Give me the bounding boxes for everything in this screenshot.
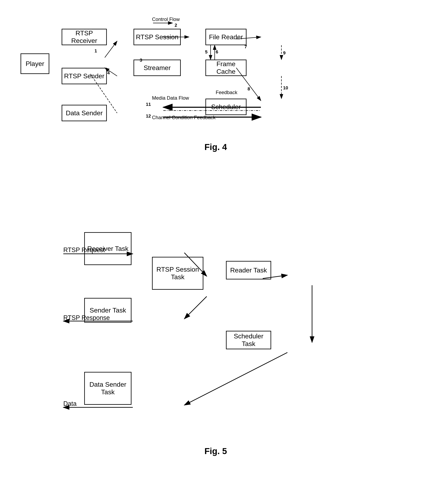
fig4-streamer-label: Streamer xyxy=(144,64,171,72)
num10: 10 xyxy=(283,85,288,90)
fig5-svg: RTSP Request RTSP Response Data xyxy=(17,216,415,462)
fig4-scheduler-label: Scheduler xyxy=(211,103,241,111)
arrow-session-sender xyxy=(184,297,207,319)
num8: 8 xyxy=(248,86,250,91)
page: Player RTSP Receiver RTSP Sender RTSP Se… xyxy=(0,0,432,504)
fig4-file-reader-box: File Reader xyxy=(206,29,246,45)
fig5-receiver-task-box: Receiver Task xyxy=(84,232,131,265)
num2: 2 xyxy=(175,23,177,28)
fig5-data-sender-task-box: Data Sender Task xyxy=(84,372,131,405)
media-data-flow-label: Media Data Flow xyxy=(152,95,189,101)
fig4-rtsp-sender-box: RTSP Sender xyxy=(62,68,107,84)
fig4-caption: Fig. 4 xyxy=(17,142,415,152)
fig4-diagram: Player RTSP Receiver RTSP Sender RTSP Se… xyxy=(17,12,415,156)
fig5-sender-task-box: Sender Task xyxy=(84,298,131,323)
fig5-scheduler-task-label: Scheduler Task xyxy=(228,333,269,348)
fig4-rtsp-receiver-label: RTSP Receiver xyxy=(64,29,105,45)
fig5-data-sender-task-label: Data Sender Task xyxy=(87,381,129,396)
fig4-file-reader-label: File Reader xyxy=(209,33,243,41)
fig4-scheduler-box: Scheduler xyxy=(206,99,246,115)
fig5-caption: Fig. 5 xyxy=(17,446,415,456)
fig5-rtsp-session-task-label: RTSP Session Task xyxy=(154,266,201,281)
fig4-frame-cache-box: Frame Cache xyxy=(206,60,246,76)
fig5-receiver-task-label: Receiver Task xyxy=(87,245,128,252)
num12: 12 xyxy=(146,113,151,118)
num6: 6 xyxy=(216,49,218,54)
fig4-data-sender-box: Data Sender xyxy=(62,105,107,121)
fig4-player-box: Player xyxy=(20,54,49,74)
num5: 5 xyxy=(205,49,207,54)
num1: 1 xyxy=(94,48,97,54)
fig4-rtsp-session-label: RTSP Session xyxy=(136,33,179,41)
fig4-rtsp-session-box: RTSP Session xyxy=(134,29,181,45)
fig5-reader-task-label: Reader Task xyxy=(230,267,267,274)
num4: 4 xyxy=(107,70,110,75)
fig4-rtsp-sender-label: RTSP Sender xyxy=(64,72,104,80)
fig5-rtsp-session-task-box: RTSP Session Task xyxy=(152,257,203,290)
control-flow-label: Control Flow xyxy=(152,17,180,22)
fig4-rtsp-receiver-box: RTSP Receiver xyxy=(62,29,107,45)
fig4-frame-cache-label: Frame Cache xyxy=(208,60,244,75)
fig4-streamer-box: Streamer xyxy=(134,60,181,76)
num9: 9 xyxy=(283,50,286,55)
fig4-player-label: Player xyxy=(26,60,44,68)
fig5-sender-task-label: Sender Task xyxy=(90,306,126,314)
num11: 11 xyxy=(146,102,151,107)
fig4-data-sender-label: Data Sender xyxy=(66,109,103,117)
feedback-label: Feedback xyxy=(216,90,237,95)
data-label: Data xyxy=(63,400,77,407)
channel-feedback-label: Channel Condition Feedback xyxy=(152,115,216,120)
arrow-scheduler-datasender xyxy=(184,352,287,405)
fig5-scheduler-task-box: Scheduler Task xyxy=(226,331,271,349)
fig5-reader-task-box: Reader Task xyxy=(226,261,271,279)
fig5-diagram: Receiver Task Sender Task RTSP Session T… xyxy=(17,216,415,462)
